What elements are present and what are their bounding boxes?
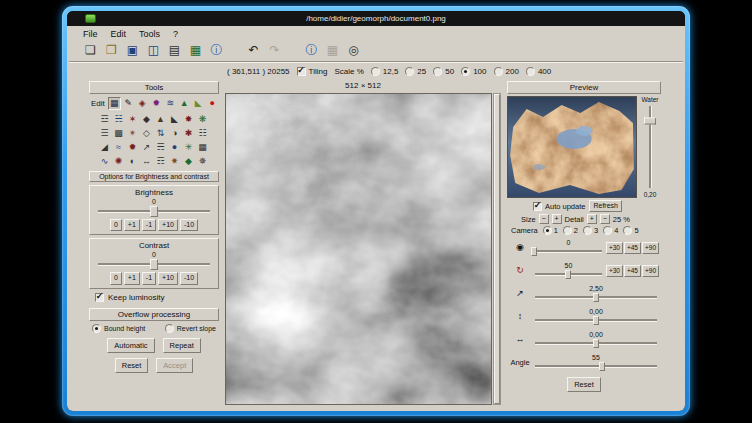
tool-icon[interactable]: ∿ (98, 155, 111, 168)
repeat-button[interactable]: Repeat (163, 338, 201, 353)
pencil-tool-icon[interactable]: ✎ (122, 97, 135, 110)
tool-icon[interactable]: ≈ (112, 141, 125, 154)
save-as-icon[interactable]: ◫ (144, 41, 163, 59)
contrast-plus1-button[interactable]: +1 (124, 272, 140, 284)
redo-icon[interactable]: ↷ (265, 41, 284, 59)
canvas-vscrollbar[interactable] (493, 93, 501, 405)
slider-handle[interactable] (565, 270, 571, 279)
tool-icon[interactable]: ✷ (168, 155, 181, 168)
tool-icon[interactable]: ↔ (140, 155, 153, 168)
brightness-minus1-button[interactable]: -1 (142, 219, 156, 231)
tool-icon[interactable]: ☷ (196, 127, 209, 140)
tool-icon[interactable]: ◆ (140, 113, 153, 126)
horizontal-shift-icon[interactable]: ↔ (509, 335, 531, 344)
reset-button[interactable]: Reset (115, 358, 149, 373)
menu-item[interactable]: Edit (111, 29, 127, 39)
brightness-zero-button[interactable]: 0 (110, 219, 122, 231)
tool-icon[interactable]: ◑ (168, 127, 181, 140)
window-menu-button[interactable] (85, 14, 96, 23)
angle-slider[interactable] (533, 362, 659, 371)
keep-luminosity-checkbox[interactable]: ✓ Keep luminosity (89, 293, 219, 302)
rotation-plus45-button[interactable]: +45 (624, 265, 641, 277)
tool-icon[interactable]: ✱ (182, 127, 195, 140)
scale-option-200[interactable]: 200 (494, 67, 519, 76)
observer-plus90-button[interactable]: +90 (642, 242, 659, 254)
tool-icon[interactable]: ↗ (140, 141, 153, 154)
document-properties-icon[interactable]: ⓘ (207, 41, 226, 59)
save-icon[interactable]: ▣ (123, 41, 142, 59)
observer-rotation-slider[interactable] (533, 247, 604, 256)
tool-icon[interactable]: ☲ (98, 113, 111, 126)
tool-icon[interactable]: ☰ (98, 127, 111, 140)
tool-icon[interactable]: ✵ (196, 155, 209, 168)
menu-item[interactable]: Tools (139, 29, 160, 39)
select-grid-tool-icon[interactable]: ▦ (108, 97, 121, 110)
tool-icon[interactable]: ✺ (112, 155, 125, 168)
tool-icon[interactable]: ☴ (154, 141, 167, 154)
tool-icon[interactable]: ✹ (126, 141, 139, 154)
slider-handle[interactable] (150, 259, 158, 270)
options-icon[interactable]: ◎ (344, 41, 363, 59)
observer-plus30-button[interactable]: +30 (606, 242, 623, 254)
vertical-shift-icon[interactable]: ↕ (509, 312, 531, 321)
size-increase-button[interactable]: + (552, 214, 562, 224)
tool-icon[interactable]: ☶ (154, 155, 167, 168)
scale-option-25[interactable]: 25 (405, 67, 426, 76)
tool-icon[interactable]: ● (168, 141, 181, 154)
slider-handle[interactable] (593, 293, 599, 302)
titlebar[interactable]: /home/didier/geomorph/document0.png (67, 11, 685, 26)
tool-icon[interactable]: ☵ (112, 113, 125, 126)
contrast-minus10-button[interactable]: -10 (180, 272, 198, 284)
observer-plus45-button[interactable]: +45 (624, 242, 641, 254)
contrast-plus10-button[interactable]: +10 (158, 272, 178, 284)
tool-icon[interactable]: ❋ (196, 113, 209, 126)
brightness-plus10-button[interactable]: +10 (158, 219, 178, 231)
scale-option-400[interactable]: 400 (526, 67, 551, 76)
tool-icon[interactable]: ✳ (182, 141, 195, 154)
brightness-minus10-button[interactable]: -10 (180, 219, 198, 231)
contrast-zero-button[interactable]: 0 (110, 272, 122, 284)
auto-update-checkbox[interactable]: ✓ Auto update (533, 202, 585, 211)
open-icon[interactable]: ❐ (102, 41, 121, 59)
overflow-option-revert-slope[interactable]: Revert slope (165, 324, 216, 333)
slider-handle[interactable] (593, 316, 599, 325)
contrast-minus1-button[interactable]: -1 (142, 272, 156, 284)
camera-option-4[interactable]: 4 (603, 226, 618, 235)
spiral-tool-icon[interactable]: ✹ (150, 97, 163, 110)
rotation-slider[interactable] (533, 270, 604, 279)
terrain-preview[interactable] (507, 96, 637, 198)
tool-icon[interactable]: ◐ (126, 155, 139, 168)
waves-tool-icon[interactable]: ≋ (164, 97, 177, 110)
undo-icon[interactable]: ↶ (244, 41, 263, 59)
tool-icon[interactable]: ◣ (168, 113, 181, 126)
tool-icon[interactable]: ◢ (98, 141, 111, 154)
slider-handle[interactable] (593, 339, 599, 348)
distance-slider[interactable] (533, 293, 659, 302)
tool-icon[interactable]: ▲ (154, 113, 167, 126)
camera-option-1[interactable]: 1 (543, 226, 558, 235)
slider-handle[interactable] (150, 206, 158, 217)
preview-reset-button[interactable]: Reset (567, 377, 601, 392)
slider-handle[interactable] (531, 247, 537, 256)
scrollbar-thumb[interactable] (494, 94, 500, 404)
slider-handle[interactable] (599, 362, 605, 371)
tool-icon[interactable]: ✴ (126, 127, 139, 140)
info-icon[interactable]: ⓘ (302, 41, 321, 59)
brightness-slider[interactable] (96, 206, 212, 217)
horizontal-shift-slider[interactable] (533, 339, 659, 348)
mountain-tool-icon[interactable]: ▲ (178, 97, 191, 110)
slider-handle[interactable] (644, 118, 656, 125)
tool-icon[interactable]: ⇅ (154, 127, 167, 140)
camera-option-5[interactable]: 5 (623, 226, 638, 235)
automatic-button[interactable]: Automatic (107, 338, 154, 353)
refresh-button[interactable]: Refresh (589, 200, 622, 212)
size-decrease-button[interactable]: − (539, 214, 549, 224)
tool-icon[interactable]: ▦ (196, 141, 209, 154)
camera-option-2[interactable]: 2 (563, 226, 578, 235)
grid-icon[interactable]: ▦ (323, 41, 342, 59)
new-document-icon[interactable]: ❏ (81, 41, 100, 59)
print-icon[interactable]: ▤ (165, 41, 184, 59)
accept-button[interactable]: Accept (156, 358, 193, 373)
contrast-slider[interactable] (96, 259, 212, 270)
menu-item[interactable]: ? (173, 29, 178, 39)
